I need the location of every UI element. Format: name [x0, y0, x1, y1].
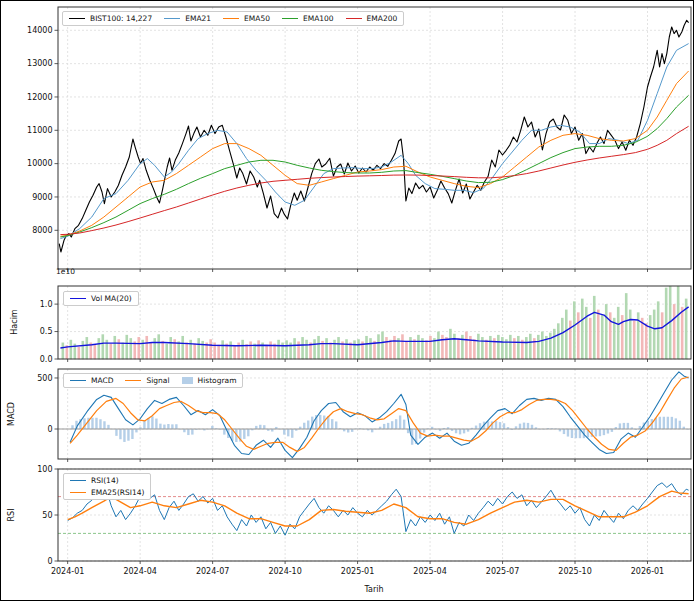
- volume-axis-title: Hacim: [10, 309, 19, 334]
- legend-item-ema50: EMA50: [223, 14, 270, 23]
- legend-item-vol-ma-20: Vol MA(20): [70, 294, 132, 303]
- volume-legend: Vol MA(20): [63, 291, 139, 306]
- rsi-legend: RSI(14)EMA25(RSI14): [63, 473, 151, 500]
- legend-item-signal: Signal: [125, 376, 169, 385]
- x-tick-label: 2025-10: [558, 567, 591, 576]
- legend-item-histogram: Histogram: [182, 376, 237, 385]
- price-panel: 800090001000011000120001300014000: [27, 7, 691, 272]
- y-tick-label: 9000: [32, 193, 52, 202]
- legend-line-swatch: [346, 18, 362, 19]
- x-tick-label: 2025-04: [413, 567, 446, 576]
- legend-line-swatch: [282, 18, 298, 19]
- macd-axis-title: MACD: [7, 402, 16, 426]
- legend-label: Histogram: [198, 376, 237, 385]
- legend-label: EMA21: [185, 14, 211, 23]
- legend-line-swatch: [223, 18, 239, 19]
- series-ema200: [60, 126, 688, 234]
- legend-line-swatch: [70, 298, 86, 299]
- series-signal: [70, 377, 689, 451]
- legend-item-rsi-14: RSI(14): [70, 476, 119, 485]
- legend-item-ema200: EMA200: [346, 14, 398, 23]
- y-tick-label: 0: [47, 557, 52, 566]
- legend-label: EMA100: [303, 14, 334, 23]
- x-tick-label: 2024-01: [51, 567, 84, 576]
- volume-axis-offset-text: 1e10: [56, 267, 75, 276]
- legend-item-ema100: EMA100: [282, 14, 334, 23]
- legend-label: Signal: [146, 376, 169, 385]
- legend-label: EMA25(RSI14): [91, 488, 144, 497]
- y-tick-label: 50: [42, 511, 52, 520]
- legend-line-swatch: [164, 18, 180, 19]
- x-tick-label: 2024-10: [268, 567, 301, 576]
- legend-label: MACD: [91, 376, 113, 385]
- legend-label: Vol MA(20): [91, 294, 132, 303]
- legend-line-swatch: [70, 380, 86, 381]
- volume-bars: [62, 274, 688, 359]
- y-tick-label: 500: [37, 374, 52, 383]
- x-tick-label: 2024-04: [123, 567, 156, 576]
- legend-label: BIST100: 14,227: [90, 14, 152, 23]
- legend-line-swatch: [70, 480, 86, 481]
- x-tick-label: 2025-01: [341, 567, 374, 576]
- y-tick-label: 10000: [27, 159, 52, 168]
- y-tick-label: 1.0: [40, 300, 53, 309]
- legend-line-swatch: [70, 492, 86, 493]
- y-tick-label: 14000: [27, 26, 52, 35]
- series-rsi-14: [68, 483, 689, 535]
- legend-label: RSI(14): [91, 476, 119, 485]
- legend-item-macd: MACD: [70, 376, 113, 385]
- y-tick-label: 0.5: [40, 327, 53, 336]
- x-axis-title: Tarih: [364, 585, 383, 594]
- series-bist100-14-227: [59, 20, 688, 252]
- y-tick-label: 13000: [27, 59, 52, 68]
- legend-line-swatch: [125, 380, 141, 381]
- y-tick-label: 8000: [32, 226, 52, 235]
- x-tick-label: 2024-07: [196, 567, 229, 576]
- y-tick-label: 12000: [27, 93, 52, 102]
- legend-line-swatch: [69, 18, 85, 19]
- y-tick-label: 100: [37, 465, 52, 474]
- volume-panel: 0.00.51.0: [40, 274, 691, 364]
- series-ema50: [60, 71, 688, 236]
- legend-item-bist100-14-227: BIST100: 14,227: [69, 14, 152, 23]
- y-tick-label: 0.0: [40, 355, 53, 364]
- legend-label: EMA200: [367, 14, 398, 23]
- legend-patch-swatch: [182, 377, 193, 384]
- x-tick-label: 2025-07: [486, 567, 519, 576]
- series-ema21: [60, 44, 688, 239]
- x-tick-label: 2026-01: [631, 567, 664, 576]
- bist100-technical-analysis-figure: 8000900010000110001200013000140000.00.51…: [0, 0, 694, 601]
- series-ema100: [60, 95, 688, 237]
- y-tick-label: 0: [47, 425, 52, 434]
- legend-item-ema25-rsi14: EMA25(RSI14): [70, 488, 144, 497]
- legend-label: EMA50: [244, 14, 270, 23]
- y-tick-label: 11000: [27, 126, 52, 135]
- rsi-axis-title: RSI: [7, 509, 16, 522]
- macd-legend: MACDSignalHistogram: [63, 373, 243, 388]
- legend-item-ema21: EMA21: [164, 14, 211, 23]
- price-legend: BIST100: 14,227EMA21EMA50EMA100EMA200: [62, 11, 404, 26]
